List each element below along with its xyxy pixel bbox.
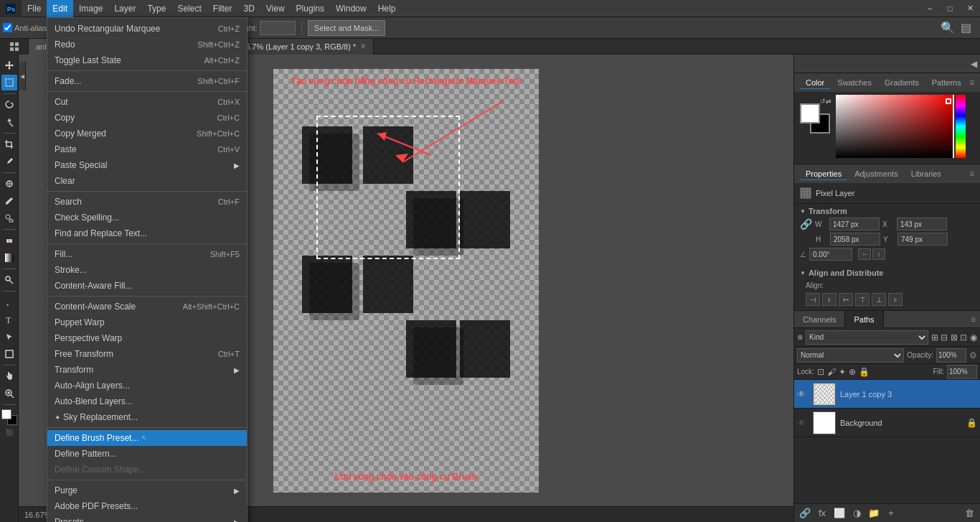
menu-define-custom-shape-label: Define Custom Shape... xyxy=(55,465,146,475)
menu-define-custom-shape[interactable]: Define Custom Shape... xyxy=(47,462,247,477)
menu-define-pattern[interactable]: Define Pattern... xyxy=(47,446,247,462)
sep2 xyxy=(47,91,247,92)
menu-clear[interactable]: Clear xyxy=(47,173,247,189)
menu-paste[interactable]: Paste Ctrl+V xyxy=(47,141,247,157)
menu-auto-align-label: Auto-Align Layers... xyxy=(55,381,130,391)
paste-special-arrow-icon: ▶ xyxy=(234,162,240,169)
menu-purge-label: Purge xyxy=(55,485,77,495)
menu-fill[interactable]: Fill... Shift+F5 xyxy=(47,246,247,262)
sep6 xyxy=(47,427,247,428)
menu-find-replace[interactable]: Find and Replace Text... xyxy=(47,225,247,241)
menu-paste-special-label: Paste Special xyxy=(55,160,107,170)
menu-perspective-warp[interactable]: Perspective Warp xyxy=(47,330,247,346)
menu-copy-merged[interactable]: Copy Merged Shift+Ctrl+C xyxy=(47,126,247,141)
menu-auto-align[interactable]: Auto-Align Layers... xyxy=(47,378,247,393)
menu-paste-label: Paste xyxy=(55,144,77,154)
menu-fade-label: Fade... xyxy=(55,76,81,86)
menu-toggle-label: Toggle Last State xyxy=(55,55,121,65)
menu-copy-merged-shortcut: Shift+Ctrl+C xyxy=(197,129,240,138)
menu-auto-blend-label: Auto-Blend Layers... xyxy=(55,396,133,406)
menu-content-aware-fill-label: Content-Aware Fill... xyxy=(55,281,133,291)
menu-presets[interactable]: Presets ▶ xyxy=(47,514,247,522)
menu-purge[interactable]: Purge ▶ xyxy=(47,483,247,498)
menu-fade-shortcut: Shift+Ctrl+F xyxy=(197,77,240,85)
menu-fill-shortcut: Shift+F5 xyxy=(210,250,240,258)
menu-paste-special[interactable]: Paste Special ▶ xyxy=(47,157,247,173)
menu-copy-merged-label: Copy Merged xyxy=(55,129,106,139)
menu-search-shortcut: Ctrl+F xyxy=(218,197,240,206)
menu-pdf-label: Adobe PDF Presets... xyxy=(55,501,138,511)
menu-stroke[interactable]: Stroke... xyxy=(47,262,247,278)
menu-redo[interactable]: Redo Shift+Ctrl+Z xyxy=(47,37,247,52)
menu-puppet-warp-label: Puppet Warp xyxy=(55,317,105,327)
menu-cut[interactable]: Cut Ctrl+X xyxy=(47,94,247,110)
menu-paste-shortcut: Ctrl+V xyxy=(217,145,240,154)
menu-toggle-shortcut: Alt+Ctrl+Z xyxy=(204,56,240,65)
menu-redo-shortcut: Shift+Ctrl+Z xyxy=(197,40,240,49)
menu-define-brush[interactable]: Define Brush Preset... ↖ xyxy=(47,430,247,446)
menu-sky-replacement[interactable]: ✦ Sky Replacement... xyxy=(47,409,247,425)
menu-free-transform-label: Free Transform xyxy=(55,349,113,359)
menu-undo-shortcut: Ctrl+Z xyxy=(218,24,240,33)
menu-puppet-warp[interactable]: Puppet Warp xyxy=(47,314,247,330)
sep1 xyxy=(47,70,247,71)
menu-redo-label: Redo xyxy=(55,39,75,50)
menu-stroke-label: Stroke... xyxy=(55,265,87,275)
menu-search-label: Search xyxy=(55,197,82,207)
menu-cas-shortcut: Alt+Shift+Ctrl+C xyxy=(183,302,240,311)
menu-fill-label: Fill... xyxy=(55,249,72,259)
menu-check-spelling-label: Check Spelling... xyxy=(55,213,119,223)
menu-transform-label: Transform xyxy=(55,365,93,375)
menu-undo[interactable]: Undo Rectangular Marquee Ctrl+Z xyxy=(47,21,247,37)
menu-search[interactable]: Search Ctrl+F xyxy=(47,194,247,210)
menu-perspective-warp-label: Perspective Warp xyxy=(55,333,122,343)
menu-free-transform[interactable]: Free Transform Ctrl+T xyxy=(47,346,247,362)
menu-toggle-last-state[interactable]: Toggle Last State Alt+Ctrl+Z xyxy=(47,52,247,68)
sep5 xyxy=(47,296,247,297)
menu-sky-label: Sky Replacement... xyxy=(63,412,138,422)
sep4 xyxy=(47,243,247,244)
menu-copy-label: Copy xyxy=(55,113,75,123)
purge-arrow-icon: ▶ xyxy=(234,487,240,495)
menu-copy-shortcut: Ctrl+C xyxy=(217,113,240,122)
cursor-indicator: ↖ xyxy=(141,434,148,443)
menu-undo-label: Undo Rectangular Marquee xyxy=(55,24,160,34)
edit-dropdown-menu: Undo Rectangular Marquee Ctrl+Z Redo Shi… xyxy=(47,17,248,522)
menu-check-spelling[interactable]: Check Spelling... xyxy=(47,210,247,225)
sep7 xyxy=(47,480,247,480)
menu-define-brush-label: Define Brush Preset... xyxy=(55,433,138,443)
menu-cas-label: Content-Aware Scale xyxy=(55,302,136,312)
menu-auto-blend[interactable]: Auto-Blend Layers... xyxy=(47,393,247,409)
menu-content-aware-scale[interactable]: Content-Aware Scale Alt+Shift+Ctrl+C xyxy=(47,299,247,314)
menu-pdf-presets[interactable]: Adobe PDF Presets... xyxy=(47,498,247,514)
presets-arrow-icon: ▶ xyxy=(234,518,240,523)
menu-sky-icon: ✦ xyxy=(55,414,60,421)
menu-define-pattern-label: Define Pattern... xyxy=(55,449,117,459)
menu-cut-label: Cut xyxy=(55,97,68,107)
menu-cut-shortcut: Ctrl+X xyxy=(217,98,240,106)
menu-copy[interactable]: Copy Ctrl+C xyxy=(47,110,247,126)
sep3 xyxy=(47,191,247,192)
menu-content-aware-fill[interactable]: Content-Aware Fill... xyxy=(47,278,247,294)
menu-find-replace-label: Find and Replace Text... xyxy=(55,228,147,238)
menu-free-transform-shortcut: Ctrl+T xyxy=(218,350,240,358)
transform-arrow-icon: ▶ xyxy=(234,366,240,374)
menu-presets-label: Presets xyxy=(55,517,84,522)
menu-transform[interactable]: Transform ▶ xyxy=(47,362,247,378)
menu-clear-label: Clear xyxy=(55,176,75,186)
menu-fade[interactable]: Fade... Shift+Ctrl+F xyxy=(47,73,247,89)
